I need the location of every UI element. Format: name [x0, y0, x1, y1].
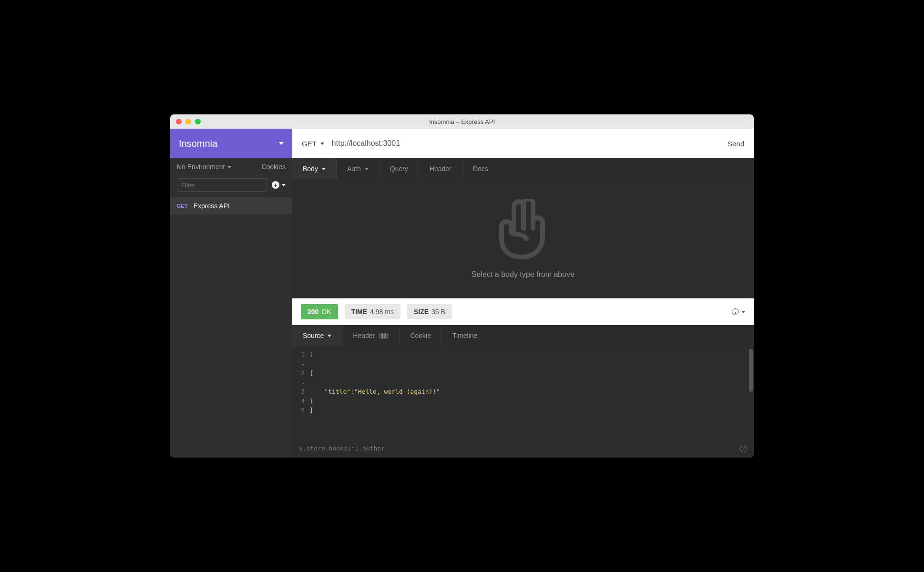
history-dropdown[interactable]: [732, 308, 745, 315]
tab-response-header-label: Header: [353, 332, 375, 339]
jsonpath-input[interactable]: $.store.books[*].author: [299, 445, 735, 452]
sidebar: Insomnia No Environment Cookies + GET: [170, 129, 292, 458]
chevron-down-icon: [227, 166, 231, 168]
app-name: Insomnia: [179, 138, 279, 149]
code-token: {: [309, 368, 313, 387]
chevron-down-icon: [365, 168, 369, 170]
help-icon[interactable]: ?: [739, 445, 747, 452]
tab-source-label: Source: [303, 332, 324, 339]
code-line: 2 ▾ {: [292, 368, 754, 387]
sidebar-filter-row: +: [170, 175, 292, 197]
tab-header[interactable]: Header: [419, 158, 462, 179]
code-token: :: [350, 387, 354, 397]
tab-cookie-label: Cookie: [410, 332, 431, 339]
tab-query[interactable]: Query: [380, 158, 419, 179]
code-token: "Hello, world (again)!": [354, 387, 440, 397]
status-code-pill: 200 OK: [301, 304, 338, 319]
header-count-badge: 12: [379, 333, 389, 339]
request-body-pane: Select a body type from above: [292, 179, 754, 298]
tab-response-header[interactable]: Header 12: [342, 325, 400, 346]
method-label: GET: [302, 140, 317, 148]
add-request-button[interactable]: +: [272, 181, 286, 189]
code-line: 5 ]: [292, 406, 754, 415]
filter-input[interactable]: [177, 178, 267, 192]
status-code: 200: [308, 308, 318, 316]
tab-docs[interactable]: Docs: [462, 158, 499, 179]
chevron-down-icon: [322, 168, 326, 170]
request-list-item[interactable]: GET Express API: [170, 197, 292, 214]
tab-header-label: Header: [430, 165, 452, 173]
chevron-down-icon: [741, 311, 745, 313]
time-label: TIME: [351, 308, 367, 316]
code-line: 4 }: [292, 397, 754, 406]
workspace-dropdown[interactable]: Insomnia: [170, 129, 292, 158]
tab-auth-label: Auth: [347, 165, 361, 173]
main-pane: GET http://localhost:3001 Send Body Auth…: [292, 129, 754, 458]
minimize-window-button[interactable]: [185, 119, 191, 124]
tab-body[interactable]: Body: [292, 158, 337, 179]
time-value: 4.98 ms: [370, 308, 394, 316]
sidebar-env-row: No Environment Cookies: [170, 158, 292, 175]
tab-cookie[interactable]: Cookie: [400, 325, 442, 346]
close-window-button[interactable]: [176, 119, 182, 124]
code-token: "title": [324, 387, 350, 397]
cookies-button[interactable]: Cookies: [261, 163, 286, 171]
chevron-down-icon: [320, 143, 324, 145]
code-token: ]: [309, 406, 313, 415]
plus-icon: +: [272, 181, 279, 189]
url-bar: GET http://localhost:3001 Send: [292, 129, 754, 158]
zoom-window-button[interactable]: [195, 119, 201, 124]
response-footer: $.store.books[*].author ?: [292, 439, 754, 458]
size-label: SIZE: [414, 308, 429, 316]
code-line: 3 "title" : "Hello, world (again)!": [292, 387, 754, 397]
method-dropdown[interactable]: GET: [302, 140, 324, 148]
chevron-down-icon: [282, 184, 286, 186]
body-hint-text: Select a body type from above: [472, 270, 575, 279]
tab-body-label: Body: [303, 165, 318, 173]
url-input[interactable]: http://localhost:3001: [332, 139, 720, 148]
tab-docs-label: Docs: [473, 165, 488, 173]
environment-label: No Environment: [177, 163, 225, 171]
tab-auth[interactable]: Auth: [337, 158, 380, 179]
chevron-down-icon: [328, 335, 331, 337]
size-pill: SIZE 35 B: [407, 304, 452, 319]
chevron-down-icon: [279, 142, 284, 145]
status-text: OK: [321, 308, 331, 316]
tab-query-label: Query: [390, 165, 408, 173]
code-line: 1 ▾ [: [292, 350, 754, 368]
environment-dropdown[interactable]: No Environment: [177, 163, 231, 171]
code-token: }: [309, 397, 313, 406]
traffic-lights: [170, 119, 201, 124]
response-body-pane[interactable]: 1 ▾ [ 2 ▾ { 3 "title" : "Hello, world (a…: [292, 346, 754, 439]
request-method-badge: GET: [177, 203, 188, 209]
code-token: [: [309, 350, 313, 368]
send-button[interactable]: Send: [728, 140, 744, 148]
titlebar: Insomnia – Express API: [170, 114, 754, 129]
request-name: Express API: [194, 202, 230, 210]
tab-timeline-label: Timeline: [452, 332, 477, 339]
response-status-bar: 200 OK TIME 4.98 ms SIZE 35 B: [292, 298, 754, 325]
tab-source[interactable]: Source: [292, 325, 342, 346]
time-pill: TIME 4.98 ms: [345, 304, 400, 319]
response-tabs: Source Header 12 Cookie Timeline: [292, 325, 754, 346]
peace-hand-icon: [497, 199, 549, 261]
app-window: Insomnia – Express API Insomnia No Envir…: [170, 114, 754, 458]
tab-timeline[interactable]: Timeline: [442, 325, 488, 346]
size-value: 35 B: [431, 308, 445, 316]
request-tabs: Body Auth Query Header Docs: [292, 158, 754, 179]
window-title: Insomnia – Express API: [170, 118, 754, 125]
clock-icon: [732, 308, 739, 315]
scrollbar-thumb[interactable]: [749, 349, 753, 392]
